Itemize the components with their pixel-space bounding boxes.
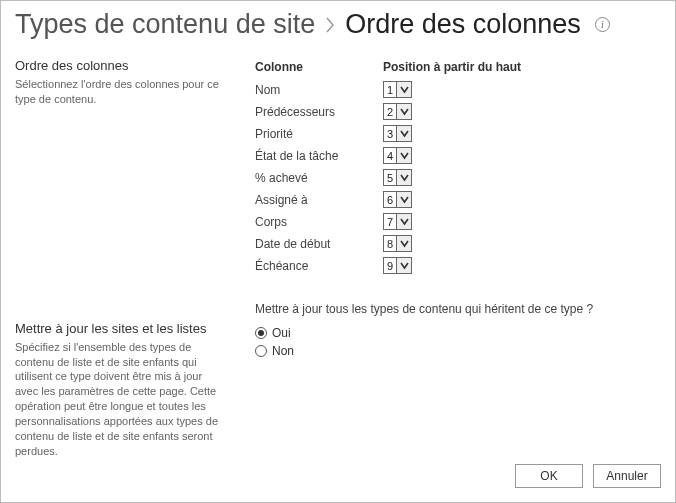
position-dropdown[interactable]: 7 (383, 213, 412, 230)
dropdown-value: 5 (384, 170, 396, 185)
chevron-down-icon (396, 258, 411, 273)
section-desc-order: Sélectionnez l'ordre des colonnes pour c… (15, 77, 227, 107)
update-question: Mettre à jour tous les types de contenu … (255, 302, 661, 316)
column-name: % achevé (255, 169, 383, 186)
chevron-right-icon (325, 17, 335, 33)
position-cell: 1 (383, 81, 661, 98)
position-cell: 8 (383, 235, 661, 252)
position-dropdown[interactable]: 6 (383, 191, 412, 208)
position-cell: 5 (383, 169, 661, 186)
column-name: Échéance (255, 257, 383, 274)
radio-option-no[interactable]: Non (255, 344, 661, 358)
radio-icon (255, 327, 267, 339)
footer-buttons: OK Annuler (515, 464, 661, 488)
column-name: Date de début (255, 235, 383, 252)
position-dropdown[interactable]: 2 (383, 103, 412, 120)
chevron-down-icon (396, 236, 411, 251)
radio-label-yes: Oui (272, 326, 291, 340)
position-dropdown[interactable]: 1 (383, 81, 412, 98)
chevron-down-icon (396, 82, 411, 97)
chevron-down-icon (396, 148, 411, 163)
section-heading-update: Mettre à jour les sites et les listes (15, 321, 227, 336)
radio-icon (255, 345, 267, 357)
page-title: Ordre des colonnes (345, 9, 581, 40)
column-name: Nom (255, 81, 383, 98)
dropdown-value: 4 (384, 148, 396, 163)
dropdown-value: 1 (384, 82, 396, 97)
position-cell: 6 (383, 191, 661, 208)
page-frame: Types de contenu de site Ordre des colon… (0, 0, 676, 503)
table-header-position: Position à partir du haut (383, 60, 661, 76)
position-dropdown[interactable]: 5 (383, 169, 412, 186)
chevron-down-icon (396, 104, 411, 119)
dropdown-value: 6 (384, 192, 396, 207)
radio-option-yes[interactable]: Oui (255, 326, 661, 340)
dropdown-value: 7 (384, 214, 396, 229)
position-cell: 2 (383, 103, 661, 120)
column-name: Corps (255, 213, 383, 230)
chevron-down-icon (396, 192, 411, 207)
chevron-down-icon (396, 126, 411, 141)
breadcrumb: Types de contenu de site Ordre des colon… (15, 9, 661, 40)
position-cell: 3 (383, 125, 661, 142)
radio-label-no: Non (272, 344, 294, 358)
position-cell: 7 (383, 213, 661, 230)
column-name: Prédécesseurs (255, 103, 383, 120)
section-heading-order: Ordre des colonnes (15, 58, 227, 73)
breadcrumb-parent[interactable]: Types de contenu de site (15, 9, 315, 40)
cancel-button[interactable]: Annuler (593, 464, 661, 488)
dropdown-value: 9 (384, 258, 396, 273)
column-name: État de la tâche (255, 147, 383, 164)
chevron-down-icon (396, 214, 411, 229)
position-dropdown[interactable]: 4 (383, 147, 412, 164)
ok-button[interactable]: OK (515, 464, 583, 488)
dropdown-value: 2 (384, 104, 396, 119)
chevron-down-icon (396, 170, 411, 185)
position-dropdown[interactable]: 8 (383, 235, 412, 252)
column-name: Priorité (255, 125, 383, 142)
column-name: Assigné à (255, 191, 383, 208)
table-header-column: Colonne (255, 60, 383, 76)
dropdown-value: 8 (384, 236, 396, 251)
section-desc-update: Spécifiez si l'ensemble des types de con… (15, 340, 227, 459)
dropdown-value: 3 (384, 126, 396, 141)
position-cell: 9 (383, 257, 661, 274)
position-dropdown[interactable]: 3 (383, 125, 412, 142)
info-icon[interactable]: i (595, 17, 610, 32)
position-dropdown[interactable]: 9 (383, 257, 412, 274)
position-cell: 4 (383, 147, 661, 164)
